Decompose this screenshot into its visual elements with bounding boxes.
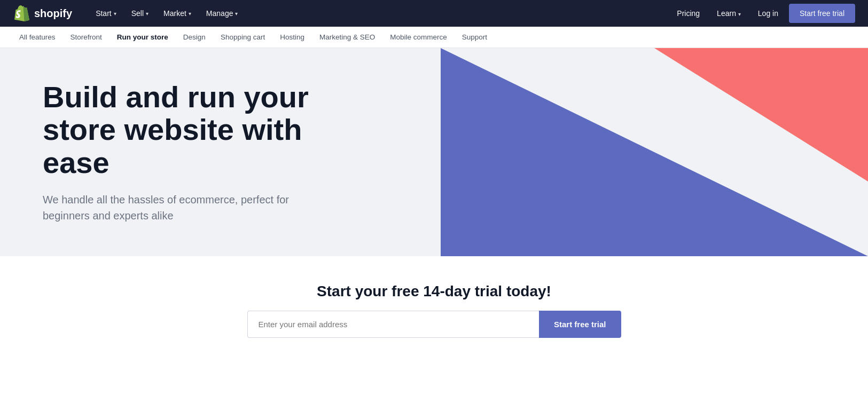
hero-shapes (390, 48, 868, 256)
subnav-marketing-seo[interactable]: Marketing & SEO (313, 31, 381, 43)
nav-manage[interactable]: Manage ▾ (200, 6, 245, 21)
logo[interactable]: shopify (13, 5, 72, 22)
cta-section: Start your free 14-day trial today! Star… (0, 256, 868, 365)
subnav-all-features[interactable]: All features (13, 31, 62, 43)
start-trial-button-cta[interactable]: Start free trial (539, 311, 621, 338)
nav-sell[interactable]: Sell ▾ (125, 6, 155, 21)
nav-learn[interactable]: Learn ▾ (710, 6, 747, 21)
subnav-hosting[interactable]: Hosting (273, 31, 311, 43)
chevron-down-icon: ▾ (189, 11, 191, 17)
decorative-blue-triangle (441, 48, 868, 256)
hero-section: Build and run your store website with ea… (0, 48, 868, 256)
nav-left-items: Start ▾ Sell ▾ Market ▾ Manage ▾ (89, 6, 670, 21)
chevron-down-icon: ▾ (738, 11, 741, 17)
subnav-run-your-store[interactable]: Run your store (111, 31, 175, 43)
subnav-mobile-commerce[interactable]: Mobile commerce (384, 31, 453, 43)
top-navigation: shopify Start ▾ Sell ▾ Market ▾ Manage ▾… (0, 0, 868, 27)
start-trial-button-nav[interactable]: Start free trial (789, 4, 855, 23)
nav-login[interactable]: Log in (752, 6, 785, 21)
shopify-logo-icon (13, 5, 30, 22)
email-signup-form: Start free trial (247, 311, 621, 338)
email-input[interactable] (247, 311, 539, 338)
nav-right-items: Pricing Learn ▾ Log in Start free trial (670, 4, 855, 23)
nav-market[interactable]: Market ▾ (157, 6, 198, 21)
cta-title: Start your free 14-day trial today! (317, 283, 551, 300)
subnav-design[interactable]: Design (177, 31, 212, 43)
hero-subtitle: We handle all the hassles of ecommerce, … (43, 192, 331, 224)
chevron-down-icon: ▾ (114, 11, 116, 17)
sub-navigation: All features Storefront Run your store D… (0, 27, 868, 48)
subnav-storefront[interactable]: Storefront (64, 31, 108, 43)
hero-title: Build and run your store website with ea… (43, 81, 331, 179)
chevron-down-icon: ▾ (235, 11, 238, 17)
chevron-down-icon: ▾ (146, 11, 148, 17)
hero-content: Build and run your store website with ea… (0, 49, 374, 256)
nav-start[interactable]: Start ▾ (89, 6, 123, 21)
nav-pricing[interactable]: Pricing (670, 6, 706, 21)
subnav-support[interactable]: Support (456, 31, 494, 43)
shopify-wordmark: shopify (34, 7, 72, 20)
subnav-shopping-cart[interactable]: Shopping cart (214, 31, 271, 43)
